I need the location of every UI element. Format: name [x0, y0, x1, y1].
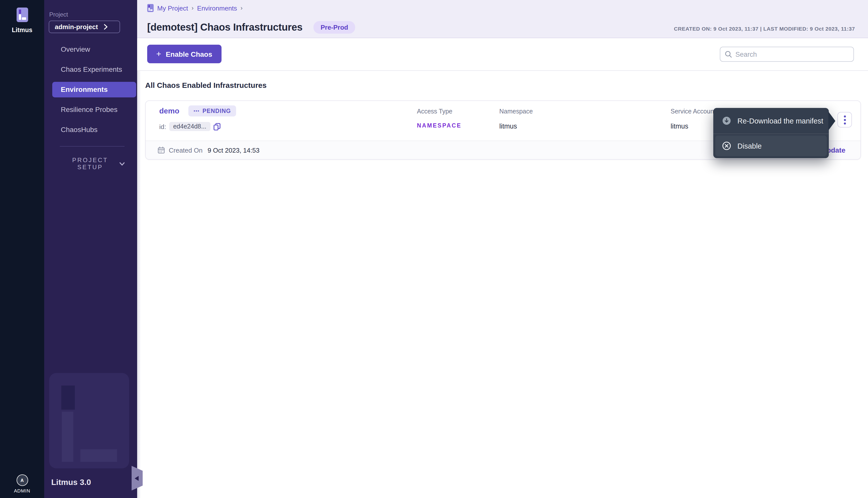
- menu-item-redownload-manifest[interactable]: Re-Download the manifest: [713, 108, 829, 134]
- infrastructure-name-link[interactable]: demo: [159, 106, 179, 115]
- copy-id-button[interactable]: [213, 123, 221, 130]
- breadcrumb: My Project › Environments ›: [147, 4, 243, 12]
- status-label: PENDING: [203, 108, 231, 114]
- search-box: [720, 47, 854, 62]
- sidebar-item-chaos-experiments[interactable]: Chaos Experiments: [44, 59, 137, 79]
- breadcrumb-separator: ›: [241, 4, 243, 12]
- download-circle-icon: [722, 117, 731, 125]
- main-area: My Project › Environments › [demotest] C…: [137, 0, 868, 498]
- plus-icon: +: [156, 50, 161, 58]
- litmus-logo: Litmus: [0, 8, 44, 34]
- user-area: A ADMIN: [0, 474, 44, 494]
- sidebar-item-label: Environments: [61, 86, 108, 93]
- page-header: My Project › Environments › [demotest] C…: [137, 0, 868, 38]
- enable-chaos-button[interactable]: + Enable Chaos: [147, 45, 221, 63]
- column-label: Service Account: [671, 108, 715, 115]
- column-label: Namespace: [499, 108, 533, 115]
- avatar-label: ADMIN: [0, 488, 44, 494]
- context-menu-arrow: [828, 112, 835, 131]
- cross-circle-icon: [722, 142, 731, 150]
- breadcrumb-link-my-project[interactable]: My Project: [157, 4, 188, 12]
- project-selector[interactable]: admin-project: [49, 21, 120, 33]
- copy-icon: [213, 123, 221, 130]
- sidebar-item-label: Overview: [61, 45, 90, 53]
- title-row: [demotest] Chaos Infrastructures Pre-Pro…: [147, 21, 355, 34]
- sidebar-item-label: ChaosHubs: [61, 126, 98, 133]
- context-menu: Re-Download the manifest Disable: [713, 108, 829, 158]
- collapse-sidebar-icon: [134, 476, 139, 481]
- column-label: Access Type: [417, 108, 452, 115]
- status-badge: ⋯ PENDING: [189, 105, 236, 117]
- menu-item-label: Disable: [737, 142, 762, 150]
- sidebar-item-label: Resilience Probes: [61, 105, 118, 114]
- kebab-menu-icon: [844, 119, 846, 121]
- watermark-bar: [62, 412, 73, 462]
- search-icon: [725, 51, 732, 58]
- infrastructure-id-row: id: ed4e24d8...: [159, 122, 221, 131]
- section-heading: All Chaos Enabled Infrastructures: [145, 81, 267, 89]
- litmus-watermark: [49, 373, 129, 468]
- created-on-label: Created On: [169, 146, 203, 154]
- id-label: id:: [159, 123, 166, 130]
- sidebar-item-resilience-probes[interactable]: Resilience Probes: [44, 100, 137, 119]
- sidebar-nav: Overview Chaos Experiments Environments …: [44, 39, 137, 140]
- created-modified-meta: CREATED ON: 9 Oct 2023, 11:37 | LAST MOD…: [674, 26, 855, 31]
- access-type-value: NAMESPACE: [417, 122, 462, 129]
- kebab-menu-button[interactable]: [837, 112, 852, 128]
- kebab-menu-icon: [844, 115, 846, 117]
- service-account-value: litmus: [671, 122, 688, 130]
- content: All Chaos Enabled Infrastructures demo ⋯…: [137, 71, 868, 498]
- calendar-icon: [158, 147, 165, 154]
- sidebar-item-overview[interactable]: Overview: [44, 39, 137, 59]
- created-on-value: 9 Oct 2023, 14:53: [207, 146, 259, 154]
- litmus-logo-icon: [16, 8, 28, 22]
- avatar[interactable]: A: [16, 474, 28, 486]
- menu-item-label: Re-Download the manifest: [737, 117, 823, 125]
- logo-text: Litmus: [0, 27, 44, 34]
- chevron-right-icon: [104, 24, 107, 30]
- project-setup-toggle[interactable]: PROJECT SETUP: [61, 157, 125, 171]
- project-setup-label: PROJECT SETUP: [61, 157, 119, 171]
- sidebar-item-environments[interactable]: Environments: [52, 82, 136, 97]
- avatar-initial: A: [21, 478, 24, 483]
- environment-type-badge: Pre-Prod: [313, 21, 355, 34]
- pending-dots-icon: ⋯: [193, 107, 199, 115]
- sidebar-item-label: Chaos Experiments: [61, 65, 122, 73]
- watermark-bar: [80, 449, 117, 462]
- kebab-menu-icon: [844, 122, 846, 124]
- litmus-breadcrumb-icon: [147, 4, 154, 12]
- namespace-value: litmus: [499, 122, 517, 130]
- project-label: Project: [49, 11, 68, 18]
- page-title: [demotest] Chaos Infrastructures: [147, 22, 302, 33]
- breadcrumb-separator: ›: [192, 4, 194, 12]
- created-on: Created On 9 Oct 2023, 14:53: [158, 146, 259, 154]
- enable-chaos-label: Enable Chaos: [166, 50, 212, 58]
- breadcrumb-link-environments[interactable]: Environments: [197, 4, 237, 12]
- sidebar: Project admin-project Overview Chaos Exp…: [44, 0, 137, 498]
- app-version: Litmus 3.0: [51, 478, 91, 487]
- app-rail: Litmus A ADMIN: [0, 0, 44, 498]
- app-root: Litmus A ADMIN Project admin-project Ove…: [0, 0, 868, 498]
- id-value: ed4e24d8...: [169, 122, 210, 131]
- menu-item-disable[interactable]: Disable: [715, 135, 827, 156]
- watermark-bar: [61, 385, 75, 410]
- chevron-down-icon: [119, 162, 125, 166]
- search-input[interactable]: [735, 51, 853, 58]
- sidebar-divider: [60, 146, 125, 147]
- sidebar-item-chaoshubs[interactable]: ChaosHubs: [44, 119, 137, 140]
- toolbar: + Enable Chaos: [137, 38, 868, 71]
- project-name: admin-project: [55, 23, 98, 31]
